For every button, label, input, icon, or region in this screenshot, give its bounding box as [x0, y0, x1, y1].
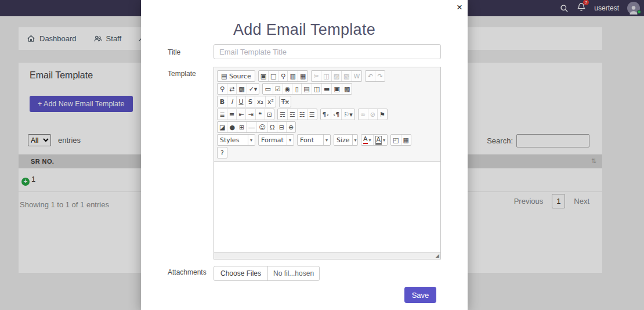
- numbered-list-button[interactable]: ≣: [218, 109, 227, 120]
- underline-button[interactable]: U: [236, 96, 245, 107]
- special-character-button[interactable]: Ω: [267, 122, 277, 132]
- paste-word-button[interactable]: W: [352, 71, 362, 81]
- templates-button[interactable]: ▦: [298, 71, 307, 81]
- subscript-button[interactable]: x₂: [255, 96, 265, 107]
- language-button[interactable]: ⚐▾: [341, 109, 354, 120]
- page-break-button[interactable]: ⊟: [277, 122, 286, 132]
- align-left-button[interactable]: ☴: [278, 109, 287, 120]
- select-all-button[interactable]: ▩: [236, 84, 246, 94]
- size-combo[interactable]: Size▾: [334, 135, 357, 145]
- font-combo[interactable]: Font▾: [298, 135, 330, 145]
- attachments-label: Attachments: [168, 268, 207, 276]
- outdent-button[interactable]: ⇤: [236, 109, 245, 120]
- textarea-button[interactable]: ▤: [301, 84, 311, 94]
- styles-combo[interactable]: Styles▾: [218, 135, 255, 145]
- source-button[interactable]: ▤ Source: [218, 71, 255, 81]
- smiley-button[interactable]: ☺: [256, 122, 267, 132]
- about-button[interactable]: ?: [218, 147, 227, 158]
- print-button[interactable]: ▥: [287, 71, 297, 81]
- image-button[interactable]: ◪: [218, 122, 227, 132]
- editor-content[interactable]: [214, 162, 440, 252]
- radio-button-button[interactable]: ◉: [283, 84, 292, 94]
- iframe-button[interactable]: ⊕: [286, 122, 295, 132]
- bold-button[interactable]: B: [218, 96, 227, 107]
- add-email-template-modal: × Add Email Template Title Template ▤ So…: [141, 0, 468, 310]
- select-field-button[interactable]: ◫: [312, 84, 321, 94]
- background-color-button[interactable]: A▾: [373, 135, 388, 145]
- attachments-file-input[interactable]: Choose Files No fil...hosen: [214, 266, 320, 281]
- blockquote-button[interactable]: ❝: [255, 109, 265, 120]
- bidi-rtl-button[interactable]: ‹¶: [331, 109, 341, 120]
- redo-button[interactable]: ↷: [375, 71, 384, 81]
- modal-title: Add Email Template: [141, 21, 468, 39]
- spell-check-button[interactable]: ✓▾: [247, 84, 259, 94]
- superscript-button[interactable]: x²: [265, 96, 276, 107]
- align-justify-button[interactable]: ☰: [307, 109, 317, 120]
- div-container-button[interactable]: ⊡: [265, 109, 274, 120]
- strikethrough-button[interactable]: S: [245, 96, 255, 107]
- editor-bottom-bar: ◢: [214, 252, 440, 259]
- resize-handle[interactable]: ◢: [436, 254, 439, 258]
- table-button[interactable]: ⊞: [237, 122, 246, 132]
- horizontal-line-button[interactable]: ―: [246, 122, 256, 132]
- text-field-button[interactable]: ▯: [292, 84, 301, 94]
- replace-button[interactable]: ⇄: [227, 84, 236, 94]
- undo-button[interactable]: ↶: [366, 71, 375, 81]
- save-button[interactable]: ▣: [259, 71, 268, 81]
- template-label: Template: [168, 70, 196, 78]
- indent-button[interactable]: ⇥: [245, 109, 255, 120]
- maximize-button[interactable]: ◰: [391, 135, 400, 145]
- form-button[interactable]: ▭: [263, 84, 272, 94]
- bidi-ltr-button[interactable]: ¶›: [321, 109, 331, 120]
- italic-button[interactable]: I: [227, 96, 236, 107]
- show-blocks-button[interactable]: ▦: [401, 135, 411, 145]
- close-button[interactable]: ×: [457, 2, 462, 13]
- preview-button[interactable]: ⚲: [278, 71, 287, 81]
- align-center-button[interactable]: ☲: [287, 109, 297, 120]
- remove-format-button[interactable]: Tx: [280, 96, 291, 107]
- copy-button[interactable]: ◫: [321, 71, 331, 81]
- bulleted-list-button[interactable]: ≡: [227, 109, 236, 120]
- checkbox-button[interactable]: ☑: [273, 84, 283, 94]
- rich-text-editor: ▤ Source▣□⚲▥▦✂◫▨▧W↶↷⚲⇄▩✓▾▭☑◉▯▤◫▬▣▩BIUSx₂…: [214, 67, 441, 259]
- title-input[interactable]: [214, 44, 441, 59]
- format-combo[interactable]: Format▾: [259, 135, 294, 145]
- editor-toolbar: ▤ Source▣□⚲▥▦✂◫▨▧W↶↷⚲⇄▩✓▾▭☑◉▯▤◫▬▣▩BIUSx₂…: [214, 67, 440, 162]
- align-right-button[interactable]: ☵: [297, 109, 307, 120]
- text-color-button[interactable]: A▾: [361, 135, 373, 145]
- save-button[interactable]: Save: [404, 287, 436, 303]
- file-status-text: No fil...hosen: [268, 266, 319, 280]
- paste-button[interactable]: ▨: [331, 71, 341, 81]
- hidden-field-button[interactable]: ▩: [342, 84, 352, 94]
- flash-button[interactable]: ●: [227, 122, 237, 132]
- link-button[interactable]: ∞: [359, 109, 368, 120]
- image-button-button[interactable]: ▣: [331, 84, 341, 94]
- anchor-button[interactable]: ⚑: [377, 109, 387, 120]
- find-button[interactable]: ⚲: [218, 84, 227, 94]
- cut-button[interactable]: ✂: [312, 71, 321, 81]
- choose-files-button[interactable]: Choose Files: [214, 266, 268, 280]
- title-label: Title: [168, 48, 180, 56]
- unlink-button[interactable]: ⊘: [368, 109, 377, 120]
- form-button-button[interactable]: ▬: [321, 84, 331, 94]
- paste-text-button[interactable]: ▧: [341, 71, 351, 81]
- new-page-button[interactable]: □: [268, 71, 278, 81]
